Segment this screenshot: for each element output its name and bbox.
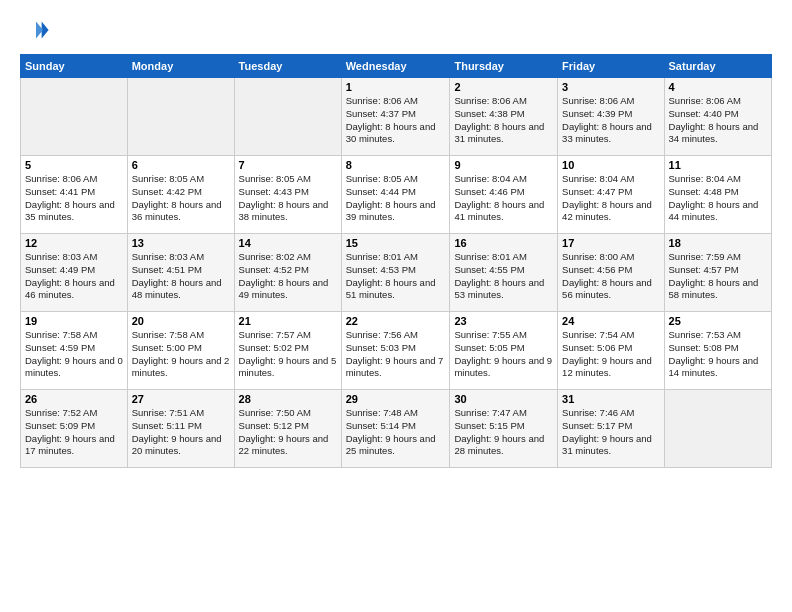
logo-icon: [22, 16, 50, 44]
day-number: 29: [346, 393, 446, 405]
day-number: 11: [669, 159, 767, 171]
calendar-cell: 12Sunrise: 8:03 AM Sunset: 4:49 PM Dayli…: [21, 234, 128, 312]
calendar-cell: 28Sunrise: 7:50 AM Sunset: 5:12 PM Dayli…: [234, 390, 341, 468]
day-info: Sunrise: 7:53 AM Sunset: 5:08 PM Dayligh…: [669, 329, 767, 380]
day-info: Sunrise: 7:59 AM Sunset: 4:57 PM Dayligh…: [669, 251, 767, 302]
day-info: Sunrise: 8:05 AM Sunset: 4:43 PM Dayligh…: [239, 173, 337, 224]
day-info: Sunrise: 8:03 AM Sunset: 4:51 PM Dayligh…: [132, 251, 230, 302]
day-number: 9: [454, 159, 553, 171]
calendar-cell: [21, 78, 128, 156]
day-number: 14: [239, 237, 337, 249]
calendar-week-5: 26Sunrise: 7:52 AM Sunset: 5:09 PM Dayli…: [21, 390, 772, 468]
day-number: 26: [25, 393, 123, 405]
weekday-header-tuesday: Tuesday: [234, 55, 341, 78]
day-number: 25: [669, 315, 767, 327]
day-number: 13: [132, 237, 230, 249]
calendar-cell: 23Sunrise: 7:55 AM Sunset: 5:05 PM Dayli…: [450, 312, 558, 390]
calendar-cell: 21Sunrise: 7:57 AM Sunset: 5:02 PM Dayli…: [234, 312, 341, 390]
day-number: 3: [562, 81, 659, 93]
day-number: 20: [132, 315, 230, 327]
calendar-cell: 8Sunrise: 8:05 AM Sunset: 4:44 PM Daylig…: [341, 156, 450, 234]
day-number: 1: [346, 81, 446, 93]
day-number: 30: [454, 393, 553, 405]
day-info: Sunrise: 8:06 AM Sunset: 4:37 PM Dayligh…: [346, 95, 446, 146]
calendar-week-3: 12Sunrise: 8:03 AM Sunset: 4:49 PM Dayli…: [21, 234, 772, 312]
day-number: 28: [239, 393, 337, 405]
calendar-table: SundayMondayTuesdayWednesdayThursdayFrid…: [20, 54, 772, 468]
day-info: Sunrise: 8:06 AM Sunset: 4:40 PM Dayligh…: [669, 95, 767, 146]
weekday-header-monday: Monday: [127, 55, 234, 78]
calendar-cell: 30Sunrise: 7:47 AM Sunset: 5:15 PM Dayli…: [450, 390, 558, 468]
day-info: Sunrise: 8:02 AM Sunset: 4:52 PM Dayligh…: [239, 251, 337, 302]
calendar-cell: [664, 390, 771, 468]
day-info: Sunrise: 7:55 AM Sunset: 5:05 PM Dayligh…: [454, 329, 553, 380]
day-info: Sunrise: 8:06 AM Sunset: 4:41 PM Dayligh…: [25, 173, 123, 224]
calendar-cell: 5Sunrise: 8:06 AM Sunset: 4:41 PM Daylig…: [21, 156, 128, 234]
calendar-cell: 31Sunrise: 7:46 AM Sunset: 5:17 PM Dayli…: [558, 390, 664, 468]
calendar-cell: [127, 78, 234, 156]
day-info: Sunrise: 8:04 AM Sunset: 4:46 PM Dayligh…: [454, 173, 553, 224]
calendar-cell: 14Sunrise: 8:02 AM Sunset: 4:52 PM Dayli…: [234, 234, 341, 312]
day-number: 19: [25, 315, 123, 327]
day-number: 21: [239, 315, 337, 327]
day-info: Sunrise: 8:01 AM Sunset: 4:55 PM Dayligh…: [454, 251, 553, 302]
header: [20, 16, 772, 44]
day-number: 23: [454, 315, 553, 327]
day-info: Sunrise: 7:48 AM Sunset: 5:14 PM Dayligh…: [346, 407, 446, 458]
calendar-cell: 7Sunrise: 8:05 AM Sunset: 4:43 PM Daylig…: [234, 156, 341, 234]
day-number: 18: [669, 237, 767, 249]
day-info: Sunrise: 7:56 AM Sunset: 5:03 PM Dayligh…: [346, 329, 446, 380]
day-number: 4: [669, 81, 767, 93]
day-number: 27: [132, 393, 230, 405]
weekday-header-sunday: Sunday: [21, 55, 128, 78]
day-info: Sunrise: 8:04 AM Sunset: 4:47 PM Dayligh…: [562, 173, 659, 224]
calendar-cell: 1Sunrise: 8:06 AM Sunset: 4:37 PM Daylig…: [341, 78, 450, 156]
day-info: Sunrise: 7:58 AM Sunset: 4:59 PM Dayligh…: [25, 329, 123, 380]
calendar-cell: [234, 78, 341, 156]
calendar-cell: 22Sunrise: 7:56 AM Sunset: 5:03 PM Dayli…: [341, 312, 450, 390]
day-number: 31: [562, 393, 659, 405]
calendar-cell: 18Sunrise: 7:59 AM Sunset: 4:57 PM Dayli…: [664, 234, 771, 312]
calendar-header-row: SundayMondayTuesdayWednesdayThursdayFrid…: [21, 55, 772, 78]
calendar-cell: 26Sunrise: 7:52 AM Sunset: 5:09 PM Dayli…: [21, 390, 128, 468]
day-info: Sunrise: 7:54 AM Sunset: 5:06 PM Dayligh…: [562, 329, 659, 380]
day-info: Sunrise: 8:04 AM Sunset: 4:48 PM Dayligh…: [669, 173, 767, 224]
calendar-cell: 9Sunrise: 8:04 AM Sunset: 4:46 PM Daylig…: [450, 156, 558, 234]
day-number: 17: [562, 237, 659, 249]
page: SundayMondayTuesdayWednesdayThursdayFrid…: [0, 0, 792, 612]
calendar-cell: 27Sunrise: 7:51 AM Sunset: 5:11 PM Dayli…: [127, 390, 234, 468]
day-number: 10: [562, 159, 659, 171]
day-info: Sunrise: 8:01 AM Sunset: 4:53 PM Dayligh…: [346, 251, 446, 302]
day-number: 22: [346, 315, 446, 327]
day-number: 15: [346, 237, 446, 249]
calendar-cell: 20Sunrise: 7:58 AM Sunset: 5:00 PM Dayli…: [127, 312, 234, 390]
calendar-week-2: 5Sunrise: 8:06 AM Sunset: 4:41 PM Daylig…: [21, 156, 772, 234]
day-info: Sunrise: 7:57 AM Sunset: 5:02 PM Dayligh…: [239, 329, 337, 380]
day-info: Sunrise: 7:58 AM Sunset: 5:00 PM Dayligh…: [132, 329, 230, 380]
calendar-cell: 6Sunrise: 8:05 AM Sunset: 4:42 PM Daylig…: [127, 156, 234, 234]
logo: [20, 16, 50, 44]
day-number: 7: [239, 159, 337, 171]
calendar-cell: 17Sunrise: 8:00 AM Sunset: 4:56 PM Dayli…: [558, 234, 664, 312]
calendar-cell: 16Sunrise: 8:01 AM Sunset: 4:55 PM Dayli…: [450, 234, 558, 312]
day-info: Sunrise: 8:06 AM Sunset: 4:39 PM Dayligh…: [562, 95, 659, 146]
weekday-header-friday: Friday: [558, 55, 664, 78]
calendar-cell: 24Sunrise: 7:54 AM Sunset: 5:06 PM Dayli…: [558, 312, 664, 390]
day-info: Sunrise: 8:05 AM Sunset: 4:42 PM Dayligh…: [132, 173, 230, 224]
day-number: 8: [346, 159, 446, 171]
calendar-week-1: 1Sunrise: 8:06 AM Sunset: 4:37 PM Daylig…: [21, 78, 772, 156]
day-number: 5: [25, 159, 123, 171]
calendar-cell: 10Sunrise: 8:04 AM Sunset: 4:47 PM Dayli…: [558, 156, 664, 234]
day-number: 2: [454, 81, 553, 93]
calendar-cell: 3Sunrise: 8:06 AM Sunset: 4:39 PM Daylig…: [558, 78, 664, 156]
day-number: 6: [132, 159, 230, 171]
calendar-cell: 25Sunrise: 7:53 AM Sunset: 5:08 PM Dayli…: [664, 312, 771, 390]
day-info: Sunrise: 8:06 AM Sunset: 4:38 PM Dayligh…: [454, 95, 553, 146]
day-info: Sunrise: 7:47 AM Sunset: 5:15 PM Dayligh…: [454, 407, 553, 458]
day-info: Sunrise: 8:03 AM Sunset: 4:49 PM Dayligh…: [25, 251, 123, 302]
calendar-cell: 15Sunrise: 8:01 AM Sunset: 4:53 PM Dayli…: [341, 234, 450, 312]
day-info: Sunrise: 8:00 AM Sunset: 4:56 PM Dayligh…: [562, 251, 659, 302]
calendar-cell: 13Sunrise: 8:03 AM Sunset: 4:51 PM Dayli…: [127, 234, 234, 312]
calendar-cell: 19Sunrise: 7:58 AM Sunset: 4:59 PM Dayli…: [21, 312, 128, 390]
day-info: Sunrise: 7:52 AM Sunset: 5:09 PM Dayligh…: [25, 407, 123, 458]
